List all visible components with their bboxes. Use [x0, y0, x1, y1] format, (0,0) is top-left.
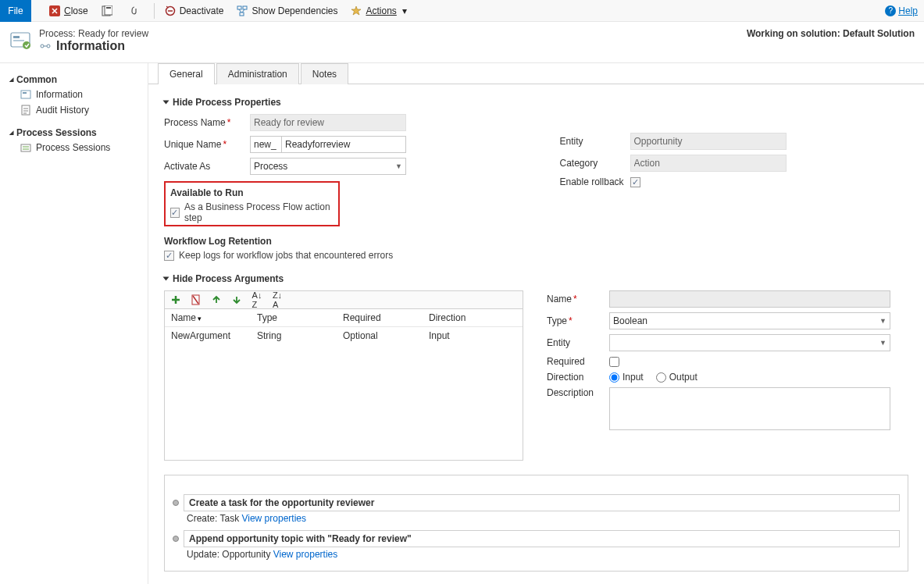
actions-label: Actions: [366, 5, 396, 16]
arg-movedown-button[interactable]: [230, 294, 243, 306]
bpf-checkbox[interactable]: [170, 208, 180, 218]
svg-rect-3: [106, 7, 111, 9]
close-label: Close: [64, 5, 88, 16]
dependencies-icon: [236, 5, 248, 17]
attach-button[interactable]: [123, 0, 151, 22]
svg-rect-17: [21, 144, 30, 151]
svg-point-13: [47, 45, 50, 48]
help-link[interactable]: ? Help: [879, 5, 924, 16]
argdetail-direction-input-radio[interactable]: Input: [609, 372, 644, 383]
svg-point-12: [41, 45, 44, 48]
args-header-direction[interactable]: Direction: [429, 312, 515, 323]
step-bullet-icon: [173, 536, 179, 542]
chevron-down-icon: ▼: [879, 317, 887, 325]
argdetail-required-checkbox[interactable]: [609, 357, 619, 367]
unique-name-prefix: new_: [250, 136, 281, 153]
process-name-input[interactable]: [250, 114, 406, 131]
arg-add-button[interactable]: [169, 294, 182, 306]
step-title[interactable]: Append opportunity topic with "Ready for…: [184, 530, 900, 547]
nav-item-process-sessions[interactable]: Process Sessions: [0, 140, 148, 155]
argdetail-direction-output-radio[interactable]: Output: [656, 372, 697, 383]
argdetail-entity-select[interactable]: ▼: [609, 334, 890, 351]
chevron-down-icon: ▼: [395, 162, 402, 170]
svg-rect-7: [240, 12, 244, 16]
show-dependencies-button[interactable]: Show Dependencies: [230, 0, 344, 22]
top-toolbar: File Close Deactivate Show Dependencies …: [0, 0, 924, 22]
svg-rect-5: [237, 6, 241, 9]
process-small-icon: [39, 40, 52, 52]
entity-label: Entity: [560, 136, 630, 147]
saveas-button[interactable]: [95, 0, 123, 22]
nav-item-audit-history[interactable]: Audit History: [0, 102, 148, 118]
args-grid: Name▾ Type Required Direction NewArgumen…: [164, 309, 523, 461]
toolbar-separator: [154, 3, 155, 19]
svg-rect-6: [243, 6, 247, 9]
steps-container: Create a task for the opportunity review…: [164, 475, 908, 572]
arg-delete-button[interactable]: [190, 294, 202, 306]
arg-cell-type: String: [257, 330, 343, 341]
argdetail-description-input[interactable]: [609, 387, 890, 430]
actions-menu[interactable]: Actions ▾: [344, 0, 419, 22]
argdetail-name-input[interactable]: [609, 290, 890, 308]
tab-administration[interactable]: Administration: [216, 63, 299, 84]
audit-icon: [20, 105, 31, 116]
paperclip-icon: [129, 5, 141, 17]
enable-rollback-label: Enable rollback: [560, 176, 630, 187]
left-nav: Common Information Audit History Process…: [0, 63, 148, 584]
step-subtext: Create: Task View properties: [187, 513, 900, 524]
chevron-down-icon: ▼: [879, 339, 887, 347]
file-menu[interactable]: File: [0, 0, 31, 22]
tab-general[interactable]: General: [158, 63, 215, 84]
argdetail-type-select[interactable]: Boolean▼: [609, 312, 890, 329]
help-icon: ?: [885, 5, 896, 16]
step-row[interactable]: Append opportunity topic with "Ready for…: [173, 530, 900, 547]
keep-logs-checkbox[interactable]: [164, 251, 174, 261]
step-row[interactable]: Create a task for the opportunity review…: [173, 494, 900, 511]
show-deps-label: Show Dependencies: [252, 5, 337, 16]
args-header-required[interactable]: Required: [343, 312, 429, 323]
argdetail-description-label: Description: [547, 387, 609, 398]
sessions-icon: [20, 142, 31, 153]
deactivate-button[interactable]: Deactivate: [158, 0, 230, 22]
unique-name-input[interactable]: Readyforreview: [281, 136, 406, 153]
svg-rect-10: [13, 40, 24, 41]
argdetail-entity-label: Entity: [547, 337, 609, 348]
arg-cell-direction: Input: [429, 330, 515, 341]
chevron-down-icon: ▾: [398, 5, 411, 17]
args-row[interactable]: NewArgument String Optional Input: [165, 327, 523, 344]
step-view-props-link[interactable]: View properties: [273, 549, 338, 560]
process-name-label: Process Name*: [164, 117, 250, 128]
available-to-run-heading: Available to Run: [170, 187, 334, 198]
argdetail-name-label: Name*: [547, 294, 609, 304]
saveas-icon: [101, 5, 113, 17]
tab-notes[interactable]: Notes: [301, 63, 348, 84]
page-header: Process: Ready for review Information Wo…: [0, 22, 924, 63]
args-header-row: Name▾ Type Required Direction: [165, 309, 523, 327]
help-label: Help: [898, 5, 918, 16]
activate-as-select[interactable]: Process▼: [250, 158, 406, 175]
args-header-name[interactable]: Name▾: [171, 312, 257, 323]
actions-icon: [350, 5, 362, 17]
breadcrumb: Process: Ready for review: [39, 28, 747, 39]
unique-name-label: Unique Name*: [164, 139, 250, 150]
close-button[interactable]: Close: [42, 0, 95, 22]
arg-cell-name: NewArgument: [171, 330, 257, 341]
section-hide-args[interactable]: Hide Process Arguments: [164, 273, 908, 284]
info-icon: [20, 89, 31, 100]
category-input: [630, 155, 787, 172]
svg-point-11: [23, 41, 30, 49]
args-header-type[interactable]: Type: [257, 312, 343, 323]
bpf-checkbox-label: As a Business Process Flow action step: [184, 201, 334, 223]
enable-rollback-checkbox[interactable]: [630, 177, 640, 187]
nav-group-process-sessions[interactable]: Process Sessions: [0, 126, 148, 140]
arg-sort-asc-button[interactable]: A↓Z: [251, 294, 263, 306]
section-hide-props[interactable]: Hide Process Properties: [164, 97, 908, 108]
arg-sort-desc-button[interactable]: Z↓A: [271, 294, 284, 306]
arg-moveup-button[interactable]: [210, 294, 223, 306]
nav-item-information[interactable]: Information: [0, 87, 148, 102]
step-view-props-link[interactable]: View properties: [241, 513, 306, 524]
step-title[interactable]: Create a task for the opportunity review…: [184, 494, 900, 511]
activate-as-label: Activate As: [164, 161, 250, 172]
nav-group-common[interactable]: Common: [0, 73, 148, 87]
argdetail-required-label: Required: [547, 356, 609, 367]
